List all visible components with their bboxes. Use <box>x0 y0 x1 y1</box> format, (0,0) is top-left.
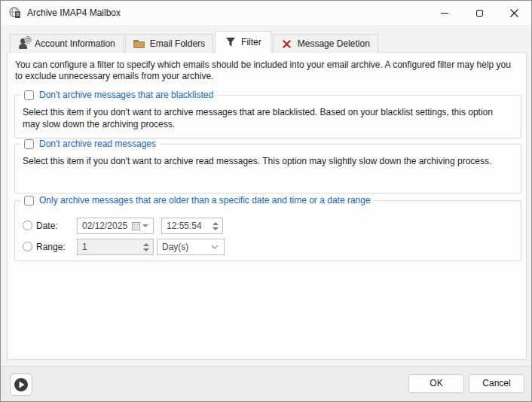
tab-filter[interactable]: Filter <box>215 31 271 53</box>
cancel-button[interactable]: Cancel <box>469 374 524 393</box>
spin-up-icon <box>212 222 219 225</box>
chevron-down-icon <box>211 245 219 249</box>
window-title: Archive IMAP4 Mailbox <box>27 8 121 18</box>
title-bar: Archive IMAP4 Mailbox <box>1 1 531 25</box>
blacklist-groupbox: Don't archive messages that are blacklis… <box>14 95 521 139</box>
date-dropdown-icon[interactable] <box>142 224 148 227</box>
tab-email-folders[interactable]: Email Folders <box>125 34 213 53</box>
read-messages-checkbox-label[interactable]: Don't archive read messages <box>39 139 156 149</box>
play-icon <box>14 377 29 392</box>
maximize-icon <box>476 10 483 17</box>
account-icon: @ <box>18 38 30 50</box>
age-filter-checkbox[interactable] <box>24 196 34 206</box>
delete-x-icon <box>281 38 293 50</box>
spin-down-icon <box>212 227 219 230</box>
spin-down-icon <box>143 248 149 251</box>
read-messages-description: Select this item if you don't want to ar… <box>23 155 509 167</box>
help-video-button[interactable] <box>10 373 32 396</box>
range-radio[interactable] <box>23 242 32 251</box>
calendar-icon <box>132 222 140 230</box>
minimize-icon <box>441 13 448 14</box>
minimize-button[interactable] <box>427 1 462 25</box>
tab-label: Email Folders <box>150 38 205 49</box>
tab-message-deletion[interactable]: Message Deletion <box>273 34 378 53</box>
footer-bar: OK Cancel <box>1 366 531 401</box>
app-icon <box>9 7 21 19</box>
close-button[interactable] <box>497 1 531 25</box>
ok-button[interactable]: OK <box>408 374 464 393</box>
tab-account-information[interactable]: @ Account Information <box>10 34 124 53</box>
time-spinner-field[interactable]: 12:55:54 <box>161 218 223 234</box>
age-filter-checkbox-label[interactable]: Only archive messages that are older tha… <box>39 195 371 206</box>
read-messages-checkbox[interactable] <box>24 139 34 149</box>
tab-label: Account Information <box>35 38 115 49</box>
tab-label: Filter <box>241 37 261 47</box>
filter-intro-text: You can configure a filter to specify wh… <box>15 59 518 82</box>
filter-icon <box>225 36 237 48</box>
blacklist-checkbox[interactable] <box>24 90 34 100</box>
range-unit-value: Day(s) <box>162 242 211 252</box>
date-picker[interactable]: 02/12/2025 <box>77 218 154 234</box>
window-controls <box>427 1 531 25</box>
tab-label: Message Deletion <box>298 38 370 49</box>
range-value: 1 <box>82 242 143 252</box>
close-icon <box>510 9 518 17</box>
time-value: 12:55:54 <box>167 221 212 231</box>
tab-strip: @ Account Information Email Folders Filt… <box>10 32 378 53</box>
filter-tab-page: You can configure a filter to specify wh… <box>7 52 527 360</box>
range-value-spinner[interactable]: 1 <box>77 239 154 255</box>
age-filter-groupbox: Only archive messages that are older tha… <box>14 200 521 261</box>
maximize-button[interactable] <box>462 1 497 25</box>
folder-icon <box>133 38 145 50</box>
blacklist-checkbox-label[interactable]: Don't archive messages that are blacklis… <box>39 90 213 100</box>
dialog-archive-imap4-mailbox: Archive IMAP4 Mailbox @ Accou <box>0 0 532 402</box>
range-radio-label[interactable]: Range: <box>36 242 66 252</box>
at-badge: @ <box>24 36 32 44</box>
range-unit-dropdown[interactable]: Day(s) <box>157 239 225 255</box>
date-value: 02/12/2025 <box>82 221 132 231</box>
read-messages-groupbox: Don't archive read messages Select this … <box>14 144 521 193</box>
range-spinner-buttons[interactable] <box>143 243 149 251</box>
blacklist-description: Select this item if you don't want to ar… <box>23 106 509 130</box>
spin-up-icon <box>143 243 149 246</box>
time-spinner-buttons[interactable] <box>212 222 219 230</box>
date-radio[interactable] <box>23 221 32 230</box>
date-radio-label[interactable]: Date: <box>36 221 58 231</box>
